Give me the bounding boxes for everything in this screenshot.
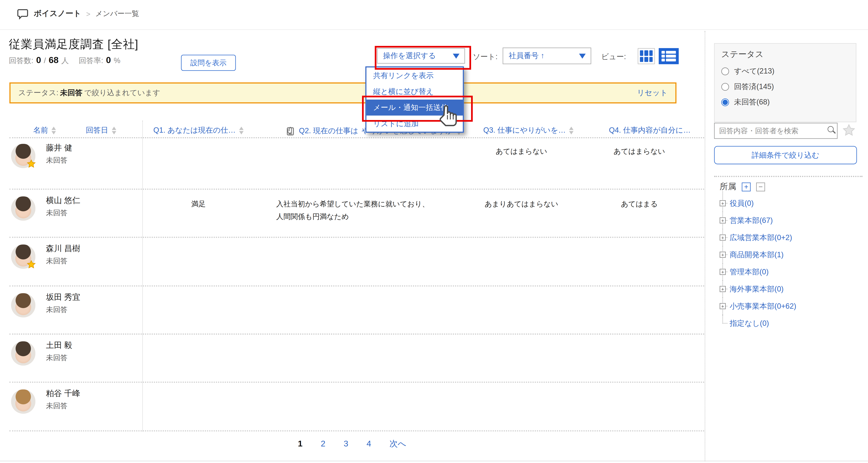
favorite-star-icon[interactable] — [842, 123, 856, 139]
department-tree-item[interactable]: + 小売事業本部(0+62) — [717, 298, 863, 315]
page: ボイスノート > メンバー一覧 従業員満足度調査 [全社] 回答数: 0 / 6… — [0, 0, 868, 463]
app-title[interactable]: ボイスノート — [34, 9, 81, 19]
answer-q3: あまりあてはまらない — [468, 198, 575, 210]
radio-icon[interactable] — [721, 67, 729, 75]
rate-label: 回答率: — [79, 56, 103, 66]
caret-down-icon — [453, 54, 460, 58]
collapse-all-button[interactable]: − — [756, 182, 765, 191]
sort-arrows-icon[interactable] — [569, 127, 573, 134]
pagination-next[interactable]: 次へ — [390, 438, 406, 449]
card-view-toggle[interactable] — [638, 48, 655, 64]
member-row[interactable]: 坂田 秀宜 未回答 — [9, 287, 704, 335]
list-view-toggle[interactable] — [659, 48, 679, 64]
status-filter-panel: ステータス すべて(213) 回答済(145) 未回答(68) — [714, 43, 856, 122]
member-row[interactable]: 森川 昌樹 未回答 — [9, 238, 704, 287]
advanced-filter-button[interactable]: 詳細条件で絞り込む — [714, 146, 857, 164]
department-link[interactable]: 広域営業本部(0+2) — [730, 233, 792, 243]
action-select[interactable]: 操作を選択する — [377, 48, 465, 64]
answer-q2: 入社当初から希望していた業務に就いており、 人間関係も円満なため — [276, 198, 475, 223]
department-tree-item[interactable]: + 広域営業本部(0+2) — [717, 229, 863, 246]
member-name[interactable]: 横山 悠仁 — [46, 195, 80, 206]
search-area — [714, 123, 838, 139]
radio-icon[interactable] — [721, 83, 729, 91]
status-filter-title: ステータス — [721, 49, 849, 60]
search-icon[interactable] — [828, 126, 834, 132]
department-link[interactable]: 役員(0) — [730, 198, 753, 208]
column-header-q4[interactable]: Q4. 仕事内容が自分に… — [609, 126, 691, 135]
department-link[interactable]: 海外事業本部(0) — [730, 284, 783, 294]
avatar[interactable] — [11, 196, 35, 221]
caret-down-icon — [579, 54, 586, 58]
show-questions-button[interactable]: 設問を表示 — [181, 55, 236, 71]
banner-prefix: ステータス: — [18, 88, 59, 98]
member-row[interactable]: 粕谷 千峰 未回答 — [9, 383, 704, 431]
member-row[interactable]: 横山 悠仁 未回答 満足 入社当初から希望していた業務に就いており、 人間関係も… — [9, 190, 704, 238]
status-radio-option[interactable]: 回答済(145) — [721, 82, 849, 92]
department-tree-item[interactable]: + 営業本部(67) — [717, 212, 863, 229]
answers-total: 68 — [49, 55, 59, 65]
department-link[interactable]: 管理本部(0) — [730, 267, 769, 277]
expand-node-icon[interactable]: + — [720, 235, 726, 241]
sort-arrows-icon[interactable] — [112, 127, 116, 134]
department-tree-item[interactable]: + 管理本部(0) — [717, 263, 863, 280]
column-header-name[interactable]: 名前 — [33, 126, 56, 135]
action-menu-item[interactable]: 共有リンクを表示 — [367, 67, 463, 84]
pagination-page[interactable]: 3 — [344, 438, 348, 449]
breadcrumb-separator: > — [86, 10, 90, 18]
avatar[interactable] — [11, 341, 35, 365]
member-status: 未回答 — [46, 256, 67, 266]
hand-cursor-icon — [436, 103, 460, 131]
member-status: 未回答 — [46, 156, 67, 166]
department-tree-item[interactable]: + 指定なし(0) — [717, 315, 863, 332]
avatar[interactable] — [11, 390, 35, 414]
sort-select[interactable]: 社員番号 ↑ — [503, 47, 591, 64]
sidebar-dotted-divider — [714, 176, 863, 177]
answers-unit: 人 — [61, 56, 69, 66]
department-tree-item[interactable]: + 商品開発本部(1) — [717, 246, 863, 263]
department-link[interactable]: 小売事業本部(0+62) — [730, 301, 796, 311]
member-status: 未回答 — [46, 208, 67, 218]
expand-node-icon[interactable]: + — [720, 200, 726, 206]
department-tree-item[interactable]: + 海外事業本部(0) — [717, 280, 863, 298]
pagination-page[interactable]: 2 — [321, 438, 325, 449]
member-name[interactable]: 藤井 健 — [46, 143, 72, 153]
member-status: 未回答 — [46, 305, 67, 315]
expand-all-button[interactable]: + — [742, 182, 751, 191]
star-badge-icon — [27, 159, 36, 169]
member-row[interactable]: 土田 毅 未回答 — [9, 335, 704, 383]
status-radio-option[interactable]: 未回答(68) — [721, 97, 849, 107]
member-name[interactable]: 森川 昌樹 — [46, 243, 80, 254]
sort-arrows-icon[interactable] — [52, 127, 56, 134]
department-tree-item[interactable]: + 役員(0) — [717, 195, 863, 212]
action-select-label: 操作を選択する — [383, 51, 436, 61]
avatar[interactable] — [11, 293, 35, 317]
column-header-q3[interactable]: Q3. 仕事にやりがいを… — [483, 126, 574, 135]
department-link[interactable]: 商品開発本部(1) — [730, 250, 783, 260]
expand-node-icon[interactable]: + — [720, 218, 726, 224]
department-link[interactable]: 営業本部(67) — [730, 216, 773, 226]
action-menu-item[interactable]: 縦と横に並び替え — [367, 84, 463, 100]
member-name[interactable]: 粕谷 千峰 — [46, 388, 80, 399]
expand-node-icon[interactable]: + — [720, 252, 726, 258]
search-input[interactable] — [714, 123, 838, 139]
column-header-date[interactable]: 回答日 — [86, 126, 116, 135]
rate-unit: % — [114, 56, 120, 65]
member-name[interactable]: 土田 毅 — [46, 340, 72, 351]
sidebar-divider — [705, 31, 705, 461]
status-radio-option[interactable]: すべて(213) — [721, 66, 849, 76]
sort-arrows-icon[interactable] — [239, 127, 243, 134]
reset-filter-link[interactable]: リセット — [637, 88, 668, 98]
member-row[interactable]: 藤井 健 未回答 あてはまらない あてはまらない — [9, 137, 704, 190]
column-header-q1[interactable]: Q1. あなたは現在の仕… — [153, 126, 243, 135]
page-title: 従業員満足度調査 [全社] — [9, 36, 138, 52]
expand-node-icon[interactable]: + — [720, 303, 726, 309]
pagination-page[interactable]: 4 — [367, 438, 371, 449]
top-bar: ボイスノート > メンバー一覧 — [0, 0, 868, 30]
expand-node-icon[interactable]: + — [720, 286, 726, 292]
department-title: 所属 — [720, 181, 736, 192]
radio-icon[interactable] — [721, 98, 729, 106]
department-link[interactable]: 指定なし(0) — [730, 318, 769, 328]
answers-label: 回答数: — [9, 56, 33, 66]
member-name[interactable]: 坂田 秀宜 — [46, 292, 80, 303]
expand-node-icon[interactable]: + — [720, 269, 726, 275]
